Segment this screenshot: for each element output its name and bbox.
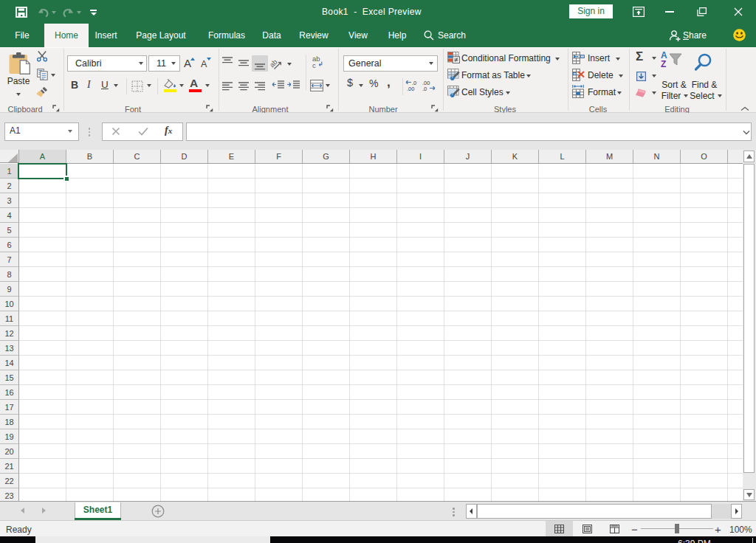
svg-text:.0: .0	[422, 86, 427, 91]
svg-text:.00: .00	[407, 86, 414, 91]
svg-text:c: c	[312, 61, 316, 69]
svg-text:ab: ab	[270, 58, 279, 69]
